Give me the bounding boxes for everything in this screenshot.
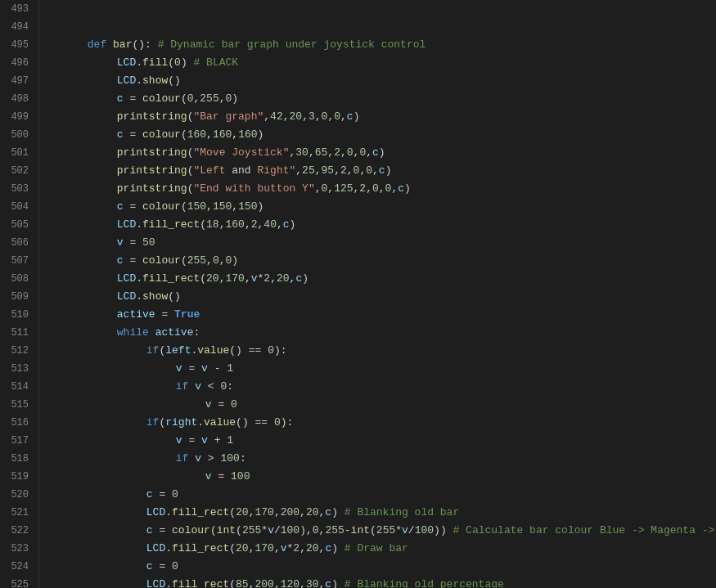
line-numbers: 493 494 495 496 497 498 499 500 501 502 … (0, 0, 39, 588)
code-content[interactable]: def bar(): # Dynamic bar graph under joy… (39, 0, 716, 588)
line-494: def bar(): # Dynamic bar graph under joy… (49, 18, 716, 36)
code-editor: 493 494 495 496 497 498 499 500 501 502 … (0, 0, 716, 588)
line-493 (49, 0, 716, 18)
